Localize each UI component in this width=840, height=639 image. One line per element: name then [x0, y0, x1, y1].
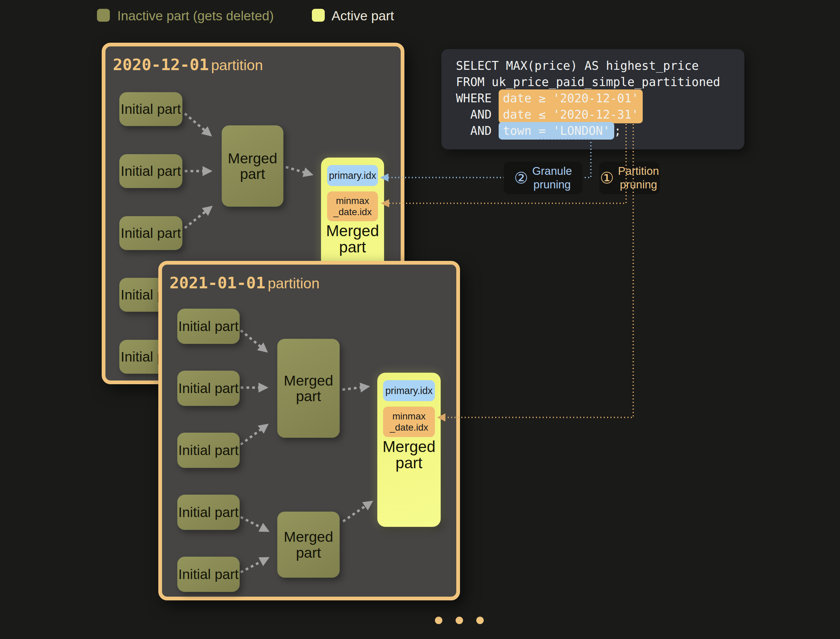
sql-town-highlight: town = 'LONDON' [499, 122, 614, 140]
initial-part: Initial part [177, 433, 240, 468]
carousel-pagination [435, 617, 484, 624]
diagram-canvas: Inactive part (gets deleted) Active part… [0, 0, 840, 639]
active-part-label: Merged part [321, 223, 384, 256]
primary-index-badge: primary.idx [383, 380, 435, 401]
partition-pruning-label: ① Partition pruning [599, 162, 660, 194]
granule-pruning-line2: pruning [534, 178, 571, 191]
sql-line-4: AND date ≤ '2020-12-31' [456, 106, 744, 122]
minmax-line2: _date.idx [333, 206, 372, 218]
partition-pruning-line2: pruning [620, 178, 657, 191]
sql-keyword: WHERE [456, 92, 499, 105]
minmax-index-badge: minmax _date.idx [327, 191, 378, 221]
sql-line-1: SELECT MAX(price) AS highest_price [456, 57, 744, 74]
granule-pruning-label: ② Granule pruning [504, 162, 582, 194]
minmax-line1: minmax [336, 195, 369, 206]
initial-part: Initial part [177, 495, 240, 530]
carousel-dot-1[interactable] [435, 617, 442, 624]
sql-line-2: FROM uk_price_paid_simple_partitioned [456, 74, 744, 90]
initial-part: Initial part [177, 371, 240, 406]
granule-pruning-line1: Granule [532, 164, 572, 178]
sql-keyword: AND [456, 124, 499, 138]
sql-query-box: SELECT MAX(price) AS highest_price FROM … [442, 49, 744, 149]
sql-line-5: AND town = 'LONDON'; [456, 122, 744, 139]
legend-label-inactive: Inactive part (gets deleted) [117, 9, 274, 23]
initial-part: Initial part [177, 557, 240, 592]
initial-part: Initial part [177, 308, 240, 344]
primary-index-badge: primary.idx [327, 165, 378, 186]
legend-label-active: Active part [332, 9, 394, 23]
legend-swatch-inactive-icon [97, 9, 110, 22]
merged-part-inactive: Merged part [277, 512, 340, 578]
sql-line-3: WHERE date ≥ '2020-12-01' [456, 90, 744, 106]
legend-swatch-active-icon [312, 9, 325, 22]
sql-terminator: ; [614, 124, 622, 138]
minmax-line1: minmax [392, 411, 426, 422]
merged-part-inactive: Merged part [277, 339, 340, 438]
merged-part-inactive: Merged part [222, 126, 284, 207]
initial-part: Initial part [120, 216, 182, 250]
sql-keyword: AND [456, 108, 499, 121]
active-part-label: Merged part [377, 439, 441, 471]
partition-pruning-line1: Partition [618, 164, 659, 178]
carousel-dot-2[interactable] [456, 617, 463, 624]
initial-part: Initial part [120, 154, 182, 188]
sql-date-to-highlight: date ≤ '2020-12-31' [499, 105, 642, 123]
initial-part: Initial part [120, 92, 182, 126]
minmax-line2: _date.idx [390, 422, 429, 433]
minmax-index-badge: minmax _date.idx [383, 407, 435, 437]
step-1-icon: ① [600, 170, 614, 186]
partition-2021-01-01: 2021-01-01 partition Initial part Initia… [158, 261, 460, 600]
carousel-dot-3[interactable] [476, 617, 484, 624]
active-merged-part: primary.idx minmax _date.idx Merged part [377, 373, 441, 527]
step-2-icon: ② [514, 170, 528, 186]
